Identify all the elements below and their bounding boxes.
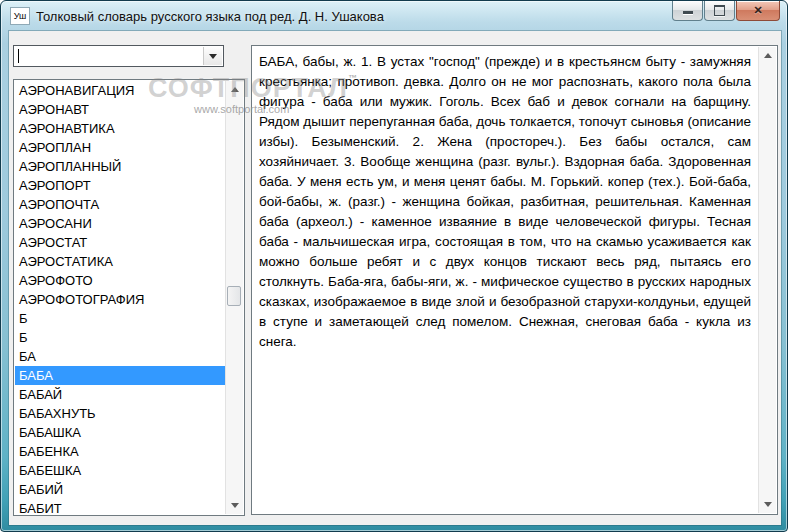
app-icon-label: Уш — [14, 11, 27, 21]
list-item[interactable]: АЭРОСТАТИКА — [15, 252, 226, 271]
list-item[interactable]: АЭРОСТАТ — [15, 233, 226, 252]
list-item[interactable]: АЭРОСАНИ — [15, 214, 226, 233]
scroll-up-button[interactable] — [759, 48, 776, 63]
list-item[interactable]: АЭРОПОРТ — [15, 176, 226, 195]
minimize-icon — [683, 11, 693, 15]
list-item[interactable]: Б — [15, 328, 226, 347]
list-item[interactable]: БАБЕШКА — [15, 461, 226, 480]
scroll-down-icon — [231, 503, 239, 508]
list-item[interactable]: АЭРОНАВТИКА — [15, 119, 226, 138]
scroll-down-icon — [764, 502, 772, 507]
close-icon: ✕ — [753, 5, 762, 16]
word-listbox: АЭРОНАВИГАЦИЯАЭРОНАВТАЭРОНАВТИКААЭРОПЛАН… — [13, 79, 245, 516]
list-item[interactable]: БАБАХНУТЬ — [15, 404, 226, 423]
list-item[interactable]: Б — [15, 309, 226, 328]
scroll-down-button[interactable] — [226, 498, 243, 513]
definition-scrollbar[interactable] — [758, 47, 776, 513]
list-item[interactable]: БАБАЙ — [15, 385, 226, 404]
list-item[interactable]: БАБЕНКА — [15, 442, 226, 461]
window-title: Толковый словарь русского языка под ред.… — [36, 9, 384, 24]
window-controls: ✕ — [672, 1, 780, 21]
chevron-down-icon — [209, 54, 217, 59]
scroll-up-icon — [764, 53, 772, 58]
app-window: Уш Толковый словарь русского языка под р… — [0, 0, 788, 532]
scroll-down-button[interactable] — [759, 497, 776, 512]
word-search-combobox[interactable] — [13, 45, 224, 67]
scroll-up-icon — [231, 87, 239, 92]
list-item[interactable]: БА — [15, 347, 226, 366]
app-icon: Уш — [10, 7, 30, 25]
list-item[interactable]: БАБИТ — [15, 499, 226, 514]
list-item[interactable]: БАБАШКА — [15, 423, 226, 442]
combobox-dropdown-button[interactable] — [203, 47, 222, 65]
list-scrollbar-thumb[interactable] — [227, 286, 241, 306]
list-item[interactable]: АЭРОПОЧТА — [15, 195, 226, 214]
maximize-button[interactable] — [704, 1, 735, 21]
client-area: АЭРОНАВИГАЦИЯАЭРОНАВТАЭРОНАВТИКААЭРОПЛАН… — [9, 31, 781, 525]
definition-panel: БАБА, бабы, ж. 1. В устах "господ" (преж… — [251, 45, 778, 515]
list-item[interactable]: АЭРОПЛАН — [15, 138, 226, 157]
search-input[interactable] — [16, 47, 200, 67]
close-button[interactable]: ✕ — [736, 1, 780, 21]
word-list: АЭРОНАВИГАЦИЯАЭРОНАВТАЭРОНАВТИКААЭРОПЛАН… — [15, 81, 226, 514]
minimize-button[interactable] — [672, 1, 703, 21]
list-item[interactable]: АЭРОФОТОГРАФИЯ — [15, 290, 226, 309]
text-caret — [18, 49, 19, 63]
list-item[interactable]: БАБА — [15, 366, 226, 385]
list-item[interactable]: АЭРОНАВТ — [15, 100, 226, 119]
list-scrollbar[interactable] — [225, 81, 243, 514]
title-bar[interactable]: Уш Толковый словарь русского языка под р… — [1, 1, 787, 31]
list-item[interactable]: АЭРОФОТО — [15, 271, 226, 290]
maximize-icon — [714, 5, 725, 16]
list-item[interactable]: АЭРОНАВИГАЦИЯ — [15, 81, 226, 100]
definition-text: БАБА, бабы, ж. 1. В устах "господ" (преж… — [259, 52, 751, 352]
list-item[interactable]: АЭРОПЛАННЫЙ — [15, 157, 226, 176]
list-item[interactable]: БАБИЙ — [15, 480, 226, 499]
scroll-up-button[interactable] — [226, 82, 243, 97]
